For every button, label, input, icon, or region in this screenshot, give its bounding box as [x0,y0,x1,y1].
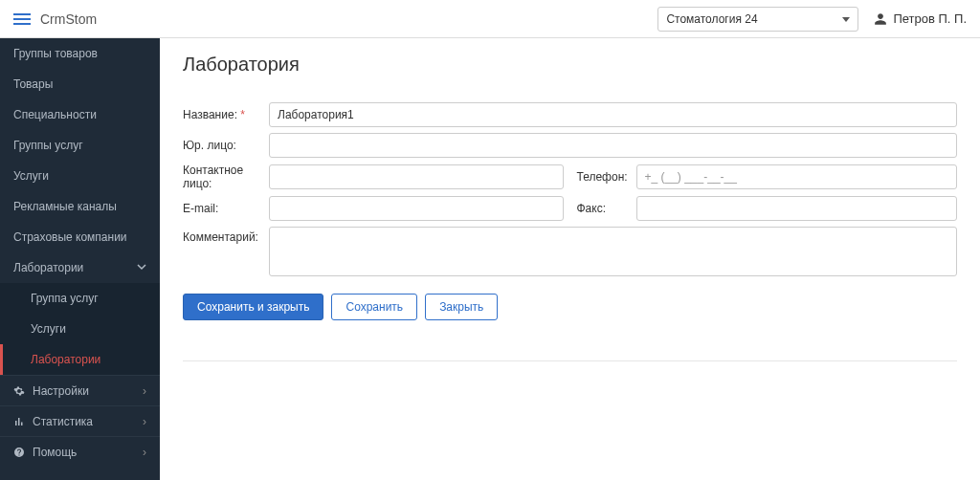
input-name[interactable] [269,102,957,127]
form-row-email-fax: E-mail: Факс: [183,196,957,221]
sidebar-item-service-groups[interactable]: Группы услуг [0,130,160,161]
sidebar-item-ad-channels[interactable]: Рекламные каналы [0,191,160,222]
organization-selected: Стоматология 24 [666,12,757,26]
user-name: Петров П. П. [893,11,967,26]
form-row-contact-phone: Контактное лицо: Телефон: [183,164,957,190]
label-name: Название: * [183,108,263,121]
close-button[interactable]: Закрыть [425,294,498,320]
input-comment[interactable] [269,227,957,276]
user-menu[interactable]: Петров П. П. [874,11,967,26]
chevron-right-icon: › [143,446,146,459]
sidebar-item-specialties[interactable]: Специальности [0,99,160,130]
organization-selector[interactable]: Стоматология 24 [657,7,858,32]
sidebar-footer-help[interactable]: Помощь › [0,436,160,467]
gear-icon [13,385,25,397]
sidebar-footer-settings[interactable]: Настройки › [0,375,160,405]
form-row-comment: Комментарий: [183,227,957,276]
label-comment: Комментарий: [183,227,263,244]
sidebar-item-insurance[interactable]: Страховые компании [0,222,160,252]
input-fax[interactable] [636,196,958,221]
sidebar-subitem-services[interactable]: Услуги [0,314,160,344]
form-row-name: Название: * [183,102,957,127]
label-email: E-mail: [183,202,263,215]
main-content: Лаборатория Название: * Юр. лицо: Контак… [160,38,980,480]
label-fax: Факс: [577,202,631,215]
sidebar: Группы товаров Товары Специальности Груп… [0,38,160,480]
user-icon [874,12,887,26]
label-legal: Юр. лицо: [183,139,263,152]
form-card: Название: * Юр. лицо: Контактное лицо: Т… [183,102,957,339]
sidebar-item-laboratories[interactable]: Лаборатории [0,252,160,283]
input-contact[interactable] [269,164,564,189]
sidebar-subitem-laboratories[interactable]: Лаборатории [0,344,160,375]
save-and-close-button[interactable]: Сохранить и закрыть [183,294,323,320]
brand-name: CrmStom [40,11,97,27]
form-buttons: Сохранить и закрыть Сохранить Закрыть [183,294,957,320]
input-phone[interactable] [636,164,958,189]
sidebar-item-product-groups[interactable]: Группы товаров [0,38,160,69]
page-title: Лаборатория [183,54,957,76]
chevron-right-icon: › [143,384,146,398]
divider [183,360,957,361]
label-phone: Телефон: [577,170,631,184]
form-row-legal: Юр. лицо: [183,133,957,158]
save-button[interactable]: Сохранить [331,294,417,320]
topbar: CrmStom Стоматология 24 Петров П. П. [0,0,980,38]
sidebar-item-services[interactable]: Услуги [0,161,160,191]
chart-icon [13,416,25,427]
chevron-down-icon [137,261,146,274]
input-email[interactable] [269,196,564,221]
sidebar-footer-statistics[interactable]: Статистика › [0,405,160,436]
sidebar-subitem-service-group[interactable]: Группа услуг [0,283,160,314]
menu-toggle-button[interactable] [13,11,31,28]
chevron-right-icon: › [143,415,146,428]
label-contact: Контактное лицо: [183,164,263,190]
input-legal[interactable] [269,133,957,158]
question-icon [13,447,25,458]
sidebar-item-products[interactable]: Товары [0,69,160,99]
